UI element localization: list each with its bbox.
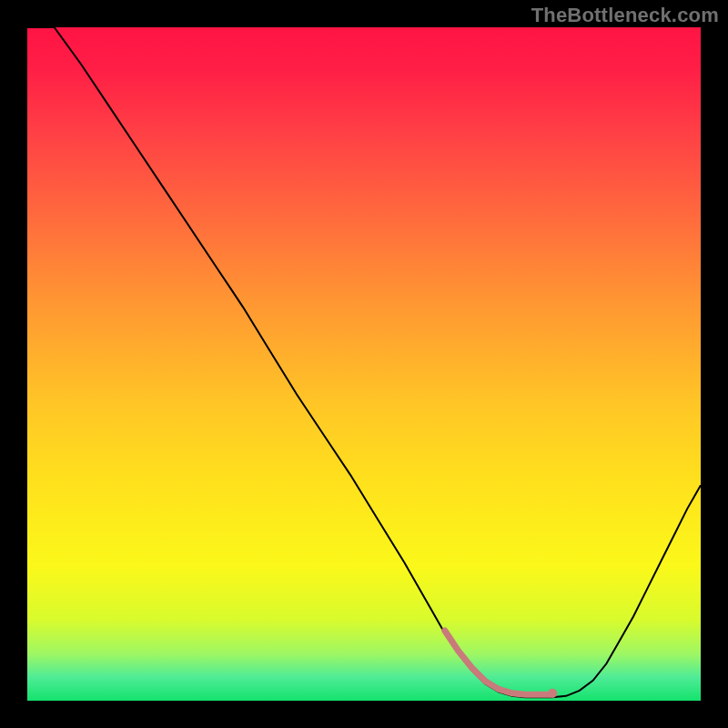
bottleneck-chart [27, 27, 701, 701]
optimal-point-marker [548, 689, 557, 698]
plot-area [27, 27, 701, 701]
gradient-background [27, 27, 701, 701]
watermark-text: TheBottleneck.com [531, 4, 719, 27]
chart-frame: TheBottleneck.com [0, 0, 728, 728]
